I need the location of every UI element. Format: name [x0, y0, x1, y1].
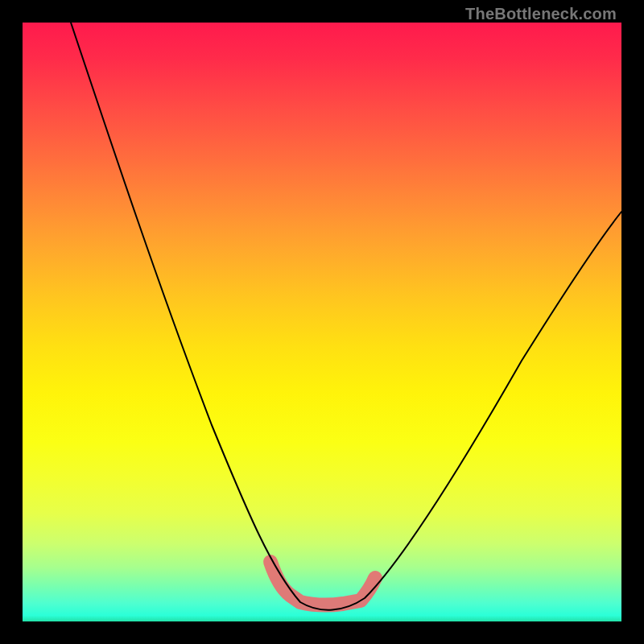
- curve-layer: [23, 23, 621, 621]
- plot-area: [23, 23, 621, 621]
- chart-frame: TheBottleneck.com: [0, 0, 644, 644]
- bottleneck-curve: [71, 23, 621, 610]
- watermark-text: TheBottleneck.com: [465, 5, 617, 23]
